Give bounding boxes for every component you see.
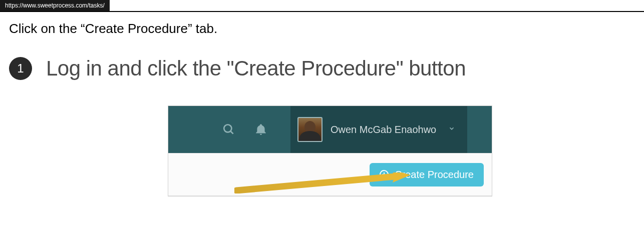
plus-icon <box>380 170 389 179</box>
action-bar: Create Procedure <box>168 153 492 196</box>
bell-icon[interactable] <box>254 123 267 136</box>
svg-line-1 <box>230 131 233 134</box>
app-screenshot: Owen McGab Enaohwo Create Procedure <box>168 106 492 196</box>
step-heading: 1 Log in and click the "Create Procedure… <box>9 56 644 80</box>
user-name: Owen McGab Enaohwo <box>331 124 436 136</box>
search-icon[interactable] <box>222 123 235 136</box>
svg-point-0 <box>224 124 231 132</box>
url-bar: https://www.sweetprocess.com/tasks/ <box>0 0 110 11</box>
step-number-badge: 1 <box>9 57 32 80</box>
avatar <box>297 117 323 142</box>
user-menu[interactable]: Owen McGab Enaohwo <box>290 106 467 153</box>
create-procedure-label: Create Procedure <box>395 169 474 180</box>
header-left-icons <box>168 106 267 153</box>
app-header: Owen McGab Enaohwo <box>168 106 492 153</box>
chevron-down-icon <box>448 125 455 134</box>
instruction-text: Click on the “Create Procedure” tab. <box>9 21 644 36</box>
divider <box>0 11 644 12</box>
create-procedure-button[interactable]: Create Procedure <box>370 163 484 186</box>
step-title: Log in and click the "Create Procedure" … <box>46 56 466 80</box>
